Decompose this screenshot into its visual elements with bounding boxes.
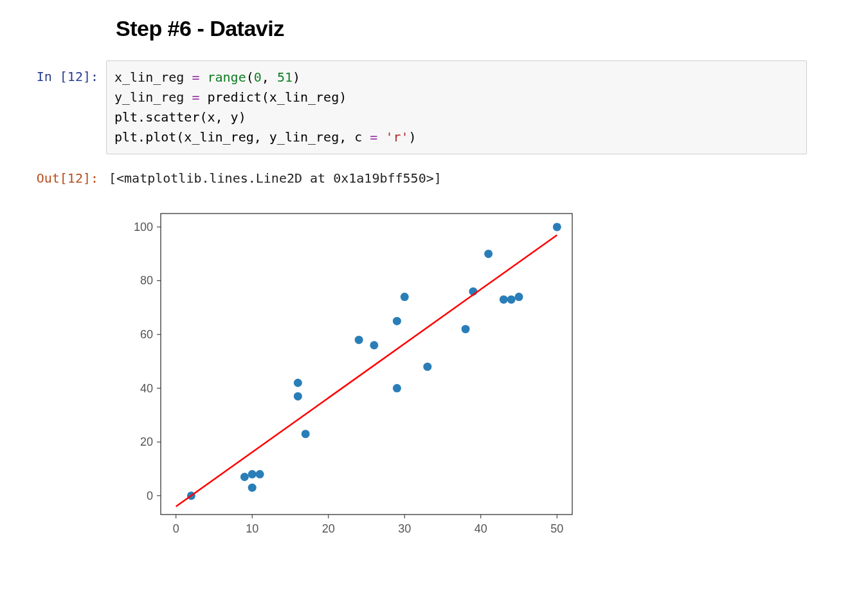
svg-text:20: 20 [322,522,335,535]
code-token: 51 [277,69,293,85]
code-token: ) [293,69,300,85]
svg-point-27 [248,484,257,492]
svg-point-30 [294,392,302,401]
svg-point-35 [393,384,401,392]
code-token: ( [246,69,254,85]
svg-point-42 [500,295,508,304]
svg-text:40: 40 [140,382,153,395]
svg-point-38 [423,363,431,371]
svg-point-37 [401,293,409,301]
code-token: = [370,129,377,145]
code-token: = [184,89,207,105]
svg-text:0: 0 [147,489,153,502]
svg-text:10: 10 [246,522,258,535]
svg-point-29 [256,470,264,479]
code-token: 'r' [385,129,408,145]
svg-point-44 [515,293,523,301]
svg-point-45 [553,223,561,231]
code-token: , [262,69,277,85]
svg-point-34 [370,341,378,349]
svg-point-36 [393,317,401,325]
svg-text:50: 50 [550,522,563,535]
svg-rect-0 [161,214,572,515]
input-cell: In [12]: x_lin_reg = range(0, 51) y_lin_… [0,60,868,154]
svg-text:40: 40 [475,522,487,535]
svg-point-39 [462,325,470,333]
svg-text:30: 30 [398,522,411,535]
svg-text:60: 60 [140,328,153,341]
svg-point-31 [294,379,302,387]
code-input[interactable]: x_lin_reg = range(0, 51) y_lin_reg = pre… [106,60,807,154]
code-token: = [184,69,207,85]
scatter-chart: 01020304050020406080100 [116,206,585,547]
svg-point-32 [302,430,310,438]
svg-point-28 [248,470,257,479]
svg-text:20: 20 [140,435,153,448]
input-prompt: In [12]: [0,60,106,86]
section-heading: Step #6 - Dataviz [116,16,868,41]
svg-text:0: 0 [173,522,179,535]
output-prompt: Out[12]: [0,162,106,188]
svg-text:100: 100 [134,221,153,233]
code-token: range [208,69,246,85]
code-token: predict(x_lin_reg) [208,89,347,105]
svg-point-41 [484,250,493,258]
code-token: x_lin_reg [114,69,184,85]
code-token [377,129,385,145]
code-token: y_lin_reg [114,89,184,105]
svg-text:80: 80 [140,274,153,287]
chart-output: 01020304050020406080100 [116,206,868,547]
svg-point-26 [240,473,249,481]
output-cell: Out[12]: [<matplotlib.lines.Line2D at 0x… [0,162,868,188]
code-token: plt.scatter(x, y) [114,109,246,125]
output-text: [<matplotlib.lines.Line2D at 0x1a19bff55… [106,162,809,188]
code-token: ) [409,129,417,145]
code-token: plt.plot(x_lin_reg, y_lin_reg, c [114,129,370,145]
svg-point-43 [507,295,516,304]
code-token: 0 [254,69,262,85]
svg-point-33 [355,336,363,344]
